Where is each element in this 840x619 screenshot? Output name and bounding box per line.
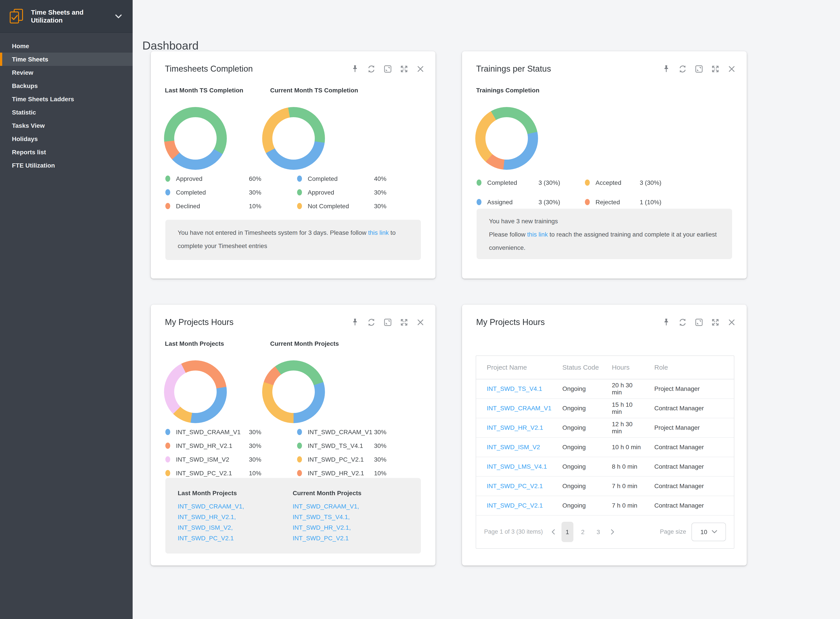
project-link[interactable]: INT_SWD_ISM_V2: [487, 444, 540, 450]
legend-color-dot: [297, 443, 302, 449]
legend-item[interactable]: INT_SWD_HR_V2.1 10%: [297, 466, 386, 480]
sidebar-item-home[interactable]: Home: [0, 39, 133, 52]
close-icon[interactable]: [726, 64, 737, 74]
close-icon[interactable]: [726, 317, 737, 327]
legend-label: INT_SWD_HR_V2.1: [176, 442, 249, 449]
sidebar-item-reports-list[interactable]: Reports list: [0, 145, 133, 159]
collapse-icon[interactable]: [694, 317, 704, 327]
project-link[interactable]: INT_SWD_LMS_V4.1: [487, 463, 547, 470]
expand-icon[interactable]: [710, 317, 720, 327]
legend-value: 10%: [249, 202, 261, 209]
donut-chart-current-month-projects: [262, 360, 325, 423]
project-link[interactable]: INT_SWD_CRAAM_V1,: [178, 501, 244, 511]
legend-item[interactable]: Approved 30%: [297, 185, 386, 199]
card-title: My Projects Hours: [476, 317, 545, 327]
legend-item[interactable]: INT_SWD_ISM_V2 30%: [165, 452, 261, 466]
pin-icon[interactable]: [661, 64, 671, 74]
sidebar-item-fte-utilization[interactable]: FTE Utilization: [0, 159, 133, 172]
project-link[interactable]: INT_SWD_ISM_V2,: [178, 522, 244, 533]
legend-item[interactable]: INT_SWD_HR_V2.1 30%: [165, 439, 261, 452]
page-button-1[interactable]: 1: [562, 522, 573, 542]
collapse-icon[interactable]: [383, 64, 393, 74]
page-size-label: Page size: [660, 528, 686, 535]
legend-color-dot: [165, 203, 170, 209]
legend-item[interactable]: Approved 60%: [165, 172, 261, 185]
legend-label: Approved: [176, 175, 249, 182]
project-link[interactable]: INT_SWD_HR_V2.1: [487, 424, 543, 431]
column-header-role[interactable]: Role: [644, 356, 734, 379]
chevron-down-icon[interactable]: [115, 14, 122, 18]
page-size-select[interactable]: 10: [692, 522, 726, 541]
project-link[interactable]: INT_SWD_PC_V2.1: [487, 502, 543, 509]
sidebar-item-tasks-view[interactable]: Tasks View: [0, 119, 133, 132]
legend-value: 1 (10%): [640, 198, 661, 205]
close-icon[interactable]: [415, 317, 426, 327]
role-cell: Project Manager: [644, 418, 734, 437]
legend-item[interactable]: Accepted 3 (30%): [585, 175, 661, 189]
legend-item[interactable]: Not Completed 30%: [297, 199, 386, 213]
sidebar-item-statistic[interactable]: Statistic: [0, 106, 133, 119]
sidebar-item-backups[interactable]: Backups: [0, 79, 133, 93]
card-title: Trainings per Status: [476, 64, 551, 74]
legend-item[interactable]: INT_SWD_PC_V2.1 10%: [165, 466, 261, 480]
timesheets-notice-link[interactable]: this link: [368, 229, 389, 236]
sidebar-item-time-sheets[interactable]: Time Sheets: [0, 52, 133, 66]
column-header-status-code[interactable]: Status Code: [552, 356, 601, 379]
legend-item[interactable]: Assigned 3 (30%): [477, 195, 585, 209]
legend-item[interactable]: INT_SWD_CRAAM_V1 30%: [297, 425, 386, 439]
expand-icon[interactable]: [710, 64, 720, 74]
page-button-3[interactable]: 3: [592, 528, 604, 535]
chevron-left-icon[interactable]: [548, 525, 558, 538]
app-switcher[interactable]: Time Sheets and Utilization: [0, 0, 133, 33]
expand-icon[interactable]: [399, 64, 410, 74]
chevron-right-icon[interactable]: [608, 525, 617, 538]
legend-item[interactable]: INT_SWD_CRAAM_V1 30%: [165, 425, 261, 439]
project-link[interactable]: INT_SWD_TS_V4.1,: [293, 511, 362, 522]
pin-icon[interactable]: [661, 317, 671, 327]
project-link[interactable]: INT_SWD_PC_V2.1: [487, 482, 543, 489]
collapse-icon[interactable]: [383, 317, 393, 327]
sidebar-item-time-sheets-ladders[interactable]: Time Sheets Ladders: [0, 93, 133, 106]
legend-color-dot: [165, 175, 170, 181]
legend-color-dot: [477, 179, 481, 185]
expand-icon[interactable]: [399, 317, 410, 327]
sidebar-item-review[interactable]: Review: [0, 66, 133, 79]
legend-label: INT_SWD_PC_V2.1: [308, 456, 374, 463]
legend-label: Rejected: [595, 198, 640, 205]
project-link[interactable]: INT_SWD_CRAAM_V1,: [293, 501, 362, 511]
project-link[interactable]: INT_SWD_TS_V4.1: [487, 385, 542, 392]
trainings-notice-link[interactable]: this link: [527, 231, 548, 238]
refresh-icon[interactable]: [677, 317, 688, 327]
legend-item[interactable]: Completed 30%: [165, 185, 261, 199]
project-link[interactable]: INT_SWD_PC_V2.1: [178, 533, 244, 543]
notice-text: Please follow: [489, 231, 527, 238]
collapse-icon[interactable]: [694, 64, 704, 74]
pin-icon[interactable]: [350, 64, 360, 74]
project-link[interactable]: INT_SWD_CRAAM_V1: [487, 405, 552, 412]
project-link[interactable]: INT_SWD_HR_V2.1,: [293, 522, 362, 533]
legend-label: INT_SWD_ISM_V2: [176, 456, 249, 463]
legend-trainings: Completed 3 (30%) Accepted 3 (30%) Assig…: [477, 175, 661, 209]
column-header-hours[interactable]: Hours: [601, 356, 644, 379]
column-header-project-name[interactable]: Project Name: [476, 356, 552, 379]
hours-cell: 15 h 10 min: [601, 398, 644, 418]
legend-item[interactable]: Rejected 1 (10%): [585, 195, 661, 209]
table-row: INT_SWD_LMS_V4.1 Ongoing 8 h 0 min Contr…: [476, 457, 734, 476]
legend-item[interactable]: Completed 40%: [297, 172, 386, 185]
pin-icon[interactable]: [350, 317, 360, 327]
refresh-icon[interactable]: [677, 64, 688, 74]
page-button-2[interactable]: 2: [577, 528, 589, 535]
sidebar-item-holidays[interactable]: Holidays: [0, 132, 133, 145]
role-cell: Contract Manager: [644, 398, 734, 418]
legend-item[interactable]: Completed 3 (30%): [477, 175, 585, 189]
legend-label: Declined: [176, 202, 249, 209]
legend-item[interactable]: INT_SWD_TS_V4.1 30%: [297, 439, 386, 452]
refresh-icon[interactable]: [366, 64, 377, 74]
legend-value: 3 (30%): [640, 179, 661, 186]
project-link[interactable]: INT_SWD_PC_V2.1: [293, 533, 362, 543]
close-icon[interactable]: [415, 64, 426, 74]
legend-item[interactable]: INT_SWD_PC_V2.1 30%: [297, 452, 386, 466]
legend-item[interactable]: Declined 10%: [165, 199, 261, 213]
refresh-icon[interactable]: [366, 317, 377, 327]
project-link[interactable]: INT_SWD_HR_V2.1,: [178, 511, 244, 522]
